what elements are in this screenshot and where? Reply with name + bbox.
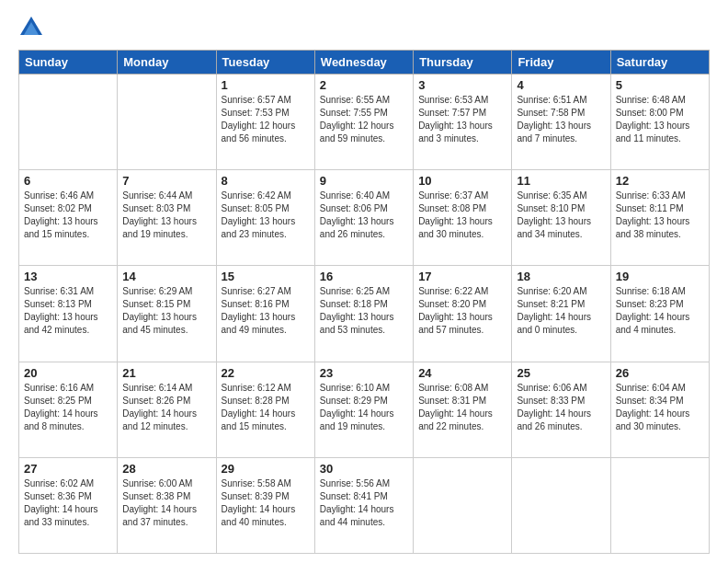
weekday-header-tuesday: Tuesday: [216, 51, 314, 75]
calendar-cell: 25Sunrise: 6:06 AM Sunset: 8:33 PM Dayli…: [512, 362, 610, 457]
calendar-body: 1Sunrise: 6:57 AM Sunset: 7:53 PM Daylig…: [19, 75, 710, 554]
day-info: Sunrise: 6:48 AM Sunset: 8:00 PM Dayligh…: [616, 94, 704, 145]
day-info: Sunrise: 6:42 AM Sunset: 8:05 PM Dayligh…: [222, 190, 310, 241]
day-number: 8: [222, 174, 310, 188]
calendar-cell: [610, 457, 709, 553]
day-info: Sunrise: 5:58 AM Sunset: 8:39 PM Dayligh…: [222, 477, 310, 529]
calendar-cell: 7Sunrise: 6:44 AM Sunset: 8:03 PM Daylig…: [118, 170, 216, 266]
day-number: 5: [616, 78, 704, 92]
calendar-cell: 24Sunrise: 6:08 AM Sunset: 8:31 PM Dayli…: [414, 362, 512, 457]
day-info: Sunrise: 6:12 AM Sunset: 8:28 PM Dayligh…: [222, 382, 310, 433]
day-info: Sunrise: 6:08 AM Sunset: 8:31 PM Dayligh…: [418, 382, 506, 433]
day-number: 6: [24, 174, 112, 188]
day-number: 23: [320, 366, 408, 380]
calendar-cell: 28Sunrise: 6:00 AM Sunset: 8:38 PM Dayli…: [118, 457, 216, 553]
day-number: 18: [517, 270, 605, 283]
day-number: 21: [122, 366, 210, 380]
calendar-cell: [118, 75, 216, 170]
day-info: Sunrise: 6:16 AM Sunset: 8:25 PM Dayligh…: [24, 382, 112, 433]
logo-icon: [18, 15, 44, 40]
day-number: 30: [320, 462, 408, 476]
day-number: 16: [320, 270, 408, 283]
calendar-cell: 10Sunrise: 6:37 AM Sunset: 8:08 PM Dayli…: [414, 170, 512, 266]
day-number: 2: [320, 78, 408, 92]
calendar-cell: 13Sunrise: 6:31 AM Sunset: 8:13 PM Dayli…: [19, 266, 118, 362]
day-number: 15: [222, 270, 310, 283]
day-info: Sunrise: 6:20 AM Sunset: 8:21 PM Dayligh…: [517, 285, 605, 337]
day-number: 12: [616, 174, 704, 188]
day-number: 26: [616, 366, 704, 380]
calendar-cell: 14Sunrise: 6:29 AM Sunset: 8:15 PM Dayli…: [118, 266, 216, 362]
day-number: 22: [222, 366, 310, 380]
weekday-header-thursday: Thursday: [414, 51, 512, 75]
calendar-cell: 15Sunrise: 6:27 AM Sunset: 8:16 PM Dayli…: [216, 266, 314, 362]
day-info: Sunrise: 6:51 AM Sunset: 7:58 PM Dayligh…: [517, 94, 605, 145]
calendar-cell: [19, 75, 118, 170]
calendar-cell: 22Sunrise: 6:12 AM Sunset: 8:28 PM Dayli…: [216, 362, 314, 457]
weekday-header-saturday: Saturday: [610, 51, 709, 75]
calendar-cell: [512, 457, 610, 553]
calendar-week-row: 13Sunrise: 6:31 AM Sunset: 8:13 PM Dayli…: [19, 266, 710, 362]
header: [18, 15, 710, 40]
day-info: Sunrise: 6:46 AM Sunset: 8:02 PM Dayligh…: [24, 190, 112, 241]
day-info: Sunrise: 6:40 AM Sunset: 8:06 PM Dayligh…: [320, 190, 408, 241]
calendar-cell: 26Sunrise: 6:04 AM Sunset: 8:34 PM Dayli…: [610, 362, 709, 457]
calendar-week-row: 6Sunrise: 6:46 AM Sunset: 8:02 PM Daylig…: [19, 170, 710, 266]
day-info: Sunrise: 6:18 AM Sunset: 8:23 PM Dayligh…: [616, 285, 704, 337]
calendar-cell: 17Sunrise: 6:22 AM Sunset: 8:20 PM Dayli…: [414, 266, 512, 362]
weekday-header-friday: Friday: [512, 51, 610, 75]
calendar-cell: 19Sunrise: 6:18 AM Sunset: 8:23 PM Dayli…: [610, 266, 709, 362]
calendar-cell: 16Sunrise: 6:25 AM Sunset: 8:18 PM Dayli…: [314, 266, 413, 362]
day-number: 20: [24, 366, 112, 380]
day-info: Sunrise: 6:25 AM Sunset: 8:18 PM Dayligh…: [320, 285, 408, 337]
day-info: Sunrise: 5:56 AM Sunset: 8:41 PM Dayligh…: [320, 477, 408, 529]
calendar-cell: 4Sunrise: 6:51 AM Sunset: 7:58 PM Daylig…: [512, 75, 610, 170]
day-number: 14: [122, 270, 210, 283]
day-info: Sunrise: 6:33 AM Sunset: 8:11 PM Dayligh…: [616, 190, 704, 241]
day-number: 1: [222, 78, 310, 92]
day-number: 17: [418, 270, 506, 283]
day-info: Sunrise: 6:27 AM Sunset: 8:16 PM Dayligh…: [222, 285, 310, 337]
day-number: 7: [122, 174, 210, 188]
calendar-cell: 11Sunrise: 6:35 AM Sunset: 8:10 PM Dayli…: [512, 170, 610, 266]
day-number: 25: [517, 366, 605, 380]
calendar-cell: 29Sunrise: 5:58 AM Sunset: 8:39 PM Dayli…: [216, 457, 314, 553]
calendar-cell: 12Sunrise: 6:33 AM Sunset: 8:11 PM Dayli…: [610, 170, 709, 266]
calendar-cell: 30Sunrise: 5:56 AM Sunset: 8:41 PM Dayli…: [314, 457, 413, 553]
day-number: 27: [24, 462, 112, 476]
calendar-cell: 18Sunrise: 6:20 AM Sunset: 8:21 PM Dayli…: [512, 266, 610, 362]
calendar-cell: 27Sunrise: 6:02 AM Sunset: 8:36 PM Dayli…: [19, 457, 118, 553]
day-info: Sunrise: 6:35 AM Sunset: 8:10 PM Dayligh…: [517, 190, 605, 241]
day-info: Sunrise: 6:00 AM Sunset: 8:38 PM Dayligh…: [122, 477, 210, 529]
calendar-cell: 8Sunrise: 6:42 AM Sunset: 8:05 PM Daylig…: [216, 170, 314, 266]
page: SundayMondayTuesdayWednesdayThursdayFrid…: [0, 0, 728, 563]
calendar-cell: 3Sunrise: 6:53 AM Sunset: 7:57 PM Daylig…: [414, 75, 512, 170]
day-info: Sunrise: 6:55 AM Sunset: 7:55 PM Dayligh…: [320, 94, 408, 145]
calendar-cell: 6Sunrise: 6:46 AM Sunset: 8:02 PM Daylig…: [19, 170, 118, 266]
calendar-cell: 20Sunrise: 6:16 AM Sunset: 8:25 PM Dayli…: [19, 362, 118, 457]
logo: [18, 15, 46, 40]
weekday-header-row: SundayMondayTuesdayWednesdayThursdayFrid…: [19, 51, 710, 75]
weekday-header-monday: Monday: [118, 51, 216, 75]
day-info: Sunrise: 6:44 AM Sunset: 8:03 PM Dayligh…: [122, 190, 210, 241]
day-number: 4: [517, 78, 605, 92]
day-number: 13: [24, 270, 112, 283]
day-number: 11: [517, 174, 605, 188]
day-info: Sunrise: 6:31 AM Sunset: 8:13 PM Dayligh…: [24, 285, 112, 337]
day-info: Sunrise: 6:53 AM Sunset: 7:57 PM Dayligh…: [418, 94, 506, 145]
weekday-header-wednesday: Wednesday: [314, 51, 413, 75]
calendar-cell: 2Sunrise: 6:55 AM Sunset: 7:55 PM Daylig…: [314, 75, 413, 170]
day-number: 29: [222, 462, 310, 476]
day-info: Sunrise: 6:14 AM Sunset: 8:26 PM Dayligh…: [122, 382, 210, 433]
calendar-cell: 5Sunrise: 6:48 AM Sunset: 8:00 PM Daylig…: [610, 75, 709, 170]
day-number: 10: [418, 174, 506, 188]
calendar-table: SundayMondayTuesdayWednesdayThursdayFrid…: [18, 50, 710, 554]
day-info: Sunrise: 6:04 AM Sunset: 8:34 PM Dayligh…: [616, 382, 704, 433]
calendar-cell: 1Sunrise: 6:57 AM Sunset: 7:53 PM Daylig…: [216, 75, 314, 170]
day-number: 9: [320, 174, 408, 188]
calendar-cell: 21Sunrise: 6:14 AM Sunset: 8:26 PM Dayli…: [118, 362, 216, 457]
calendar-cell: [414, 457, 512, 553]
day-info: Sunrise: 6:02 AM Sunset: 8:36 PM Dayligh…: [24, 477, 112, 529]
weekday-header-sunday: Sunday: [19, 51, 118, 75]
day-info: Sunrise: 6:06 AM Sunset: 8:33 PM Dayligh…: [517, 382, 605, 433]
